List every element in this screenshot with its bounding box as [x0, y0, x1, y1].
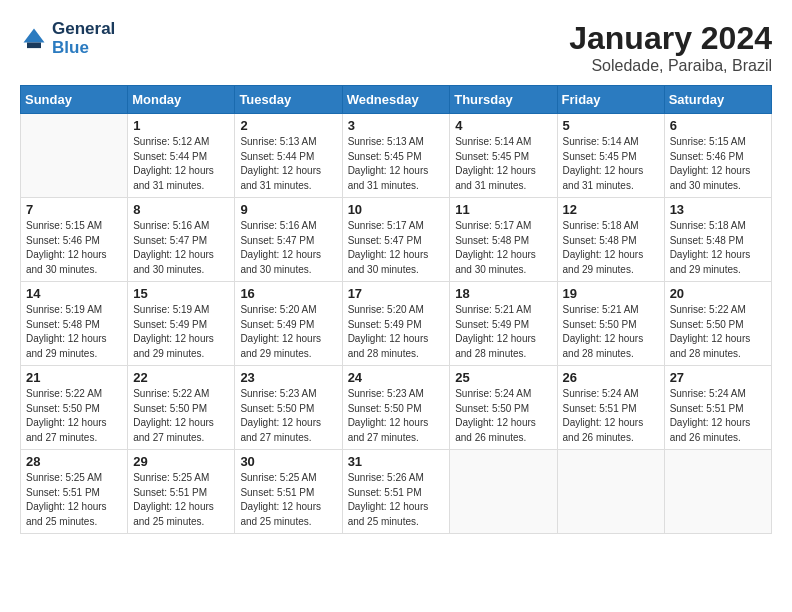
week-row-3: 14Sunrise: 5:19 AM Sunset: 5:48 PM Dayli…: [21, 282, 772, 366]
day-info: Sunrise: 5:13 AM Sunset: 5:45 PM Dayligh…: [348, 135, 445, 193]
day-number: 20: [670, 286, 766, 301]
title-block: January 2024 Soledade, Paraiba, Brazil: [569, 20, 772, 75]
calendar-cell: 8Sunrise: 5:16 AM Sunset: 5:47 PM Daylig…: [128, 198, 235, 282]
calendar-cell: 19Sunrise: 5:21 AM Sunset: 5:50 PM Dayli…: [557, 282, 664, 366]
calendar-cell: 15Sunrise: 5:19 AM Sunset: 5:49 PM Dayli…: [128, 282, 235, 366]
svg-rect-1: [27, 42, 41, 48]
calendar-cell: 4Sunrise: 5:14 AM Sunset: 5:45 PM Daylig…: [450, 114, 557, 198]
calendar-cell: 29Sunrise: 5:25 AM Sunset: 5:51 PM Dayli…: [128, 450, 235, 534]
day-info: Sunrise: 5:20 AM Sunset: 5:49 PM Dayligh…: [240, 303, 336, 361]
page-header: General Blue January 2024 Soledade, Para…: [20, 20, 772, 75]
day-number: 19: [563, 286, 659, 301]
calendar-cell: 17Sunrise: 5:20 AM Sunset: 5:49 PM Dayli…: [342, 282, 450, 366]
calendar-cell: 22Sunrise: 5:22 AM Sunset: 5:50 PM Dayli…: [128, 366, 235, 450]
calendar-cell: 12Sunrise: 5:18 AM Sunset: 5:48 PM Dayli…: [557, 198, 664, 282]
logo-text-blue: Blue: [52, 39, 115, 58]
day-number: 27: [670, 370, 766, 385]
calendar-cell: 7Sunrise: 5:15 AM Sunset: 5:46 PM Daylig…: [21, 198, 128, 282]
calendar-cell: 11Sunrise: 5:17 AM Sunset: 5:48 PM Dayli…: [450, 198, 557, 282]
day-number: 26: [563, 370, 659, 385]
day-info: Sunrise: 5:22 AM Sunset: 5:50 PM Dayligh…: [26, 387, 122, 445]
day-info: Sunrise: 5:14 AM Sunset: 5:45 PM Dayligh…: [563, 135, 659, 193]
day-info: Sunrise: 5:16 AM Sunset: 5:47 PM Dayligh…: [133, 219, 229, 277]
day-number: 6: [670, 118, 766, 133]
day-info: Sunrise: 5:25 AM Sunset: 5:51 PM Dayligh…: [26, 471, 122, 529]
week-row-5: 28Sunrise: 5:25 AM Sunset: 5:51 PM Dayli…: [21, 450, 772, 534]
day-number: 1: [133, 118, 229, 133]
day-info: Sunrise: 5:12 AM Sunset: 5:44 PM Dayligh…: [133, 135, 229, 193]
weekday-header-sunday: Sunday: [21, 86, 128, 114]
day-number: 29: [133, 454, 229, 469]
logo-text-general: General: [52, 20, 115, 39]
day-info: Sunrise: 5:15 AM Sunset: 5:46 PM Dayligh…: [670, 135, 766, 193]
day-number: 3: [348, 118, 445, 133]
calendar-cell: 6Sunrise: 5:15 AM Sunset: 5:46 PM Daylig…: [664, 114, 771, 198]
week-row-2: 7Sunrise: 5:15 AM Sunset: 5:46 PM Daylig…: [21, 198, 772, 282]
location-subtitle: Soledade, Paraiba, Brazil: [569, 57, 772, 75]
day-number: 2: [240, 118, 336, 133]
day-number: 31: [348, 454, 445, 469]
day-number: 30: [240, 454, 336, 469]
calendar-cell: 9Sunrise: 5:16 AM Sunset: 5:47 PM Daylig…: [235, 198, 342, 282]
day-number: 28: [26, 454, 122, 469]
calendar-cell: 14Sunrise: 5:19 AM Sunset: 5:48 PM Dayli…: [21, 282, 128, 366]
day-number: 9: [240, 202, 336, 217]
day-info: Sunrise: 5:25 AM Sunset: 5:51 PM Dayligh…: [240, 471, 336, 529]
month-year-title: January 2024: [569, 20, 772, 57]
calendar-cell: 10Sunrise: 5:17 AM Sunset: 5:47 PM Dayli…: [342, 198, 450, 282]
day-info: Sunrise: 5:26 AM Sunset: 5:51 PM Dayligh…: [348, 471, 445, 529]
day-info: Sunrise: 5:17 AM Sunset: 5:47 PM Dayligh…: [348, 219, 445, 277]
day-info: Sunrise: 5:24 AM Sunset: 5:51 PM Dayligh…: [563, 387, 659, 445]
day-number: 16: [240, 286, 336, 301]
day-info: Sunrise: 5:24 AM Sunset: 5:51 PM Dayligh…: [670, 387, 766, 445]
calendar-cell: 21Sunrise: 5:22 AM Sunset: 5:50 PM Dayli…: [21, 366, 128, 450]
day-number: 8: [133, 202, 229, 217]
day-number: 23: [240, 370, 336, 385]
day-number: 22: [133, 370, 229, 385]
day-number: 4: [455, 118, 551, 133]
weekday-header-thursday: Thursday: [450, 86, 557, 114]
weekday-header-saturday: Saturday: [664, 86, 771, 114]
day-info: Sunrise: 5:20 AM Sunset: 5:49 PM Dayligh…: [348, 303, 445, 361]
day-number: 5: [563, 118, 659, 133]
day-info: Sunrise: 5:25 AM Sunset: 5:51 PM Dayligh…: [133, 471, 229, 529]
svg-marker-0: [24, 28, 45, 42]
calendar-cell: [450, 450, 557, 534]
day-number: 15: [133, 286, 229, 301]
calendar-table: SundayMondayTuesdayWednesdayThursdayFrid…: [20, 85, 772, 534]
day-number: 24: [348, 370, 445, 385]
day-info: Sunrise: 5:15 AM Sunset: 5:46 PM Dayligh…: [26, 219, 122, 277]
weekday-header-friday: Friday: [557, 86, 664, 114]
day-number: 10: [348, 202, 445, 217]
logo: General Blue: [20, 20, 115, 57]
day-info: Sunrise: 5:18 AM Sunset: 5:48 PM Dayligh…: [670, 219, 766, 277]
calendar-cell: 2Sunrise: 5:13 AM Sunset: 5:44 PM Daylig…: [235, 114, 342, 198]
calendar-cell: 3Sunrise: 5:13 AM Sunset: 5:45 PM Daylig…: [342, 114, 450, 198]
calendar-cell: 31Sunrise: 5:26 AM Sunset: 5:51 PM Dayli…: [342, 450, 450, 534]
calendar-cell: 24Sunrise: 5:23 AM Sunset: 5:50 PM Dayli…: [342, 366, 450, 450]
day-number: 12: [563, 202, 659, 217]
day-info: Sunrise: 5:18 AM Sunset: 5:48 PM Dayligh…: [563, 219, 659, 277]
day-info: Sunrise: 5:24 AM Sunset: 5:50 PM Dayligh…: [455, 387, 551, 445]
calendar-cell: 23Sunrise: 5:23 AM Sunset: 5:50 PM Dayli…: [235, 366, 342, 450]
weekday-header-monday: Monday: [128, 86, 235, 114]
day-info: Sunrise: 5:23 AM Sunset: 5:50 PM Dayligh…: [240, 387, 336, 445]
day-info: Sunrise: 5:23 AM Sunset: 5:50 PM Dayligh…: [348, 387, 445, 445]
calendar-cell: 5Sunrise: 5:14 AM Sunset: 5:45 PM Daylig…: [557, 114, 664, 198]
calendar-cell: 27Sunrise: 5:24 AM Sunset: 5:51 PM Dayli…: [664, 366, 771, 450]
day-number: 14: [26, 286, 122, 301]
day-number: 25: [455, 370, 551, 385]
day-info: Sunrise: 5:22 AM Sunset: 5:50 PM Dayligh…: [670, 303, 766, 361]
weekday-header-tuesday: Tuesday: [235, 86, 342, 114]
calendar-cell: 30Sunrise: 5:25 AM Sunset: 5:51 PM Dayli…: [235, 450, 342, 534]
calendar-cell: 20Sunrise: 5:22 AM Sunset: 5:50 PM Dayli…: [664, 282, 771, 366]
day-number: 21: [26, 370, 122, 385]
day-info: Sunrise: 5:21 AM Sunset: 5:50 PM Dayligh…: [563, 303, 659, 361]
weekday-header-row: SundayMondayTuesdayWednesdayThursdayFrid…: [21, 86, 772, 114]
day-info: Sunrise: 5:14 AM Sunset: 5:45 PM Dayligh…: [455, 135, 551, 193]
calendar-cell: 13Sunrise: 5:18 AM Sunset: 5:48 PM Dayli…: [664, 198, 771, 282]
calendar-cell: 1Sunrise: 5:12 AM Sunset: 5:44 PM Daylig…: [128, 114, 235, 198]
day-info: Sunrise: 5:22 AM Sunset: 5:50 PM Dayligh…: [133, 387, 229, 445]
weekday-header-wednesday: Wednesday: [342, 86, 450, 114]
week-row-1: 1Sunrise: 5:12 AM Sunset: 5:44 PM Daylig…: [21, 114, 772, 198]
